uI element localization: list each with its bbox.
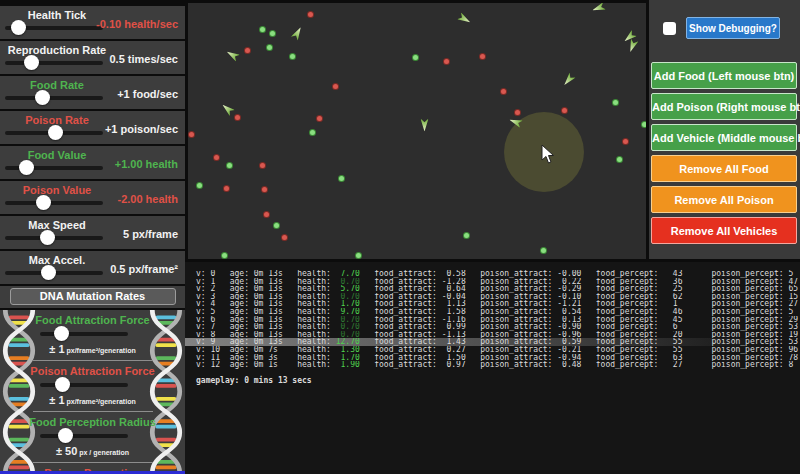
slider-thumb[interactable]	[11, 20, 26, 35]
poison-dot	[245, 48, 250, 53]
food-attraction-force-slider[interactable]	[40, 332, 128, 336]
poison-dot	[444, 59, 449, 64]
poison-attraction-force-slider[interactable]	[40, 383, 128, 387]
food-value-value: +1.00 health	[115, 158, 178, 170]
remove-all-vehicles-button[interactable]: Remove All Vehicles	[651, 217, 797, 244]
reproduction-rate-label: Reproduction Rate	[0, 44, 114, 56]
food-dot	[290, 54, 295, 59]
poison-dot	[333, 84, 338, 89]
slider-thumb[interactable]	[24, 55, 39, 70]
food-value-slider[interactable]	[5, 166, 103, 170]
vehicle-triangle	[291, 25, 304, 40]
vehicle-stats-row: v: 7 age: 0m 13s health: 0.70 food_attra…	[185, 323, 800, 331]
max-accel-slider[interactable]	[5, 271, 103, 275]
poison-rate-value: +1 poison/sec	[105, 123, 178, 135]
add-vehicle-button[interactable]: Add Vehicle (Middle mouse btn)	[651, 124, 797, 151]
actions-panel: Show Debugging? Add Food (Left mouse btn…	[649, 0, 800, 259]
vehicle-triangle	[627, 39, 639, 54]
food-dot	[642, 122, 646, 127]
remove-all-food-button[interactable]: Remove All Food	[651, 155, 797, 182]
max-speed-label: Max Speed	[0, 219, 114, 231]
vehicle-stats-row: v: 2 age: 0m 13s health: 5.70 food_attra…	[185, 285, 800, 293]
reproduction-rate-slider-section: Reproduction Rate 0.5 times/sec	[0, 41, 185, 74]
poison-value-label: Poison Value	[0, 184, 114, 196]
poison-value-slider-section: Poison Value -2.00 health	[0, 181, 185, 214]
food-dot	[356, 253, 361, 258]
slider-thumb[interactable]	[54, 326, 69, 341]
food-dot	[267, 45, 272, 50]
food-attraction-force-label: Food Attraction Force	[0, 310, 185, 326]
poison-attraction-force-unit: ± 1 px/frame²/generation	[33, 390, 153, 412]
add-poison-button[interactable]: Add Poison (Right mouse btn)	[651, 93, 797, 120]
poison-dot	[501, 89, 506, 94]
simulation-canvas[interactable]	[188, 3, 646, 259]
slider-thumb[interactable]	[35, 90, 50, 105]
show-debugging-button[interactable]: Show Debugging?	[686, 17, 780, 39]
mouse-cursor-icon	[541, 144, 555, 168]
slider-thumb[interactable]	[40, 230, 55, 245]
poison-attraction-force-label: Poison Attraction Force	[0, 361, 185, 377]
poison-dot	[623, 139, 628, 144]
slider-thumb[interactable]	[55, 377, 70, 392]
remove-all-poison-button[interactable]: Remove All Poison	[651, 186, 797, 213]
vehicle-stats-row: v: 3 age: 0m 13s health: 0.70 food_attra…	[185, 293, 800, 301]
vehicle-stats-row: v: 1 age: 0m 13s health: 0.70 food_attra…	[185, 278, 800, 286]
food-dot	[541, 248, 546, 253]
vehicle-triangle	[622, 30, 637, 44]
health-tick-value: -0.10 health/sec	[96, 18, 178, 30]
poison-rate-slider-section: Poison Rate +1 poison/sec	[0, 111, 185, 144]
poison-dot	[282, 235, 287, 240]
food-perception-radius-slider[interactable]	[40, 434, 128, 438]
food-perception-radius-group: Food Perception Radius ± 50 px / generat…	[0, 412, 185, 463]
slider-thumb[interactable]	[41, 265, 56, 280]
settings-sidebar: Health Tick -0.10 health/sec Reproductio…	[0, 0, 185, 474]
vehicle-triangle	[421, 119, 429, 132]
vehicle-stats-row: v: 10 age: 0m 7s health: 1.30 food_attra…	[185, 346, 800, 354]
vehicle-stats-row: v: 8 age: 0m 13s health: 0.70 food_attra…	[185, 331, 800, 339]
poison-rate-slider[interactable]	[5, 131, 103, 135]
food-perception-radius-unit: ± 50 px / generation	[33, 441, 153, 463]
gameplay-timer: gameplay: 0 mins 13 secs	[185, 376, 800, 385]
poison-dot	[480, 54, 485, 59]
vehicle-stats-row: v: 0 age: 0m 13s health: 7.70 food_attra…	[185, 270, 800, 278]
vehicle-triangle	[457, 12, 472, 25]
vehicle-stats-row: v: 9 age: 0m 13s health: 12.70 food_attr…	[185, 338, 800, 346]
max-accel-slider-section: Max Accel. 0.5 px/frame²	[0, 251, 185, 284]
slider-thumb[interactable]	[19, 160, 34, 175]
food-attraction-force-group: Food Attraction Force ± 1 px/frame²/gene…	[0, 310, 185, 361]
food-rate-slider-section: Food Rate +1 food/sec	[0, 76, 185, 109]
vehicle-triangle	[561, 72, 575, 87]
slider-thumb[interactable]	[58, 428, 73, 443]
food-attraction-force-unit: ± 1 px/frame²/generation	[33, 339, 153, 361]
food-rate-label: Food Rate	[0, 79, 114, 91]
dna-mutation-area: Food Attraction Force ± 1 px/frame²/gene…	[0, 310, 185, 473]
vehicle-stats-row: v: 11 age: 0m 3s health: 1.70 food_attra…	[185, 354, 800, 362]
food-dot	[227, 163, 232, 168]
add-food-button[interactable]: Add Food (Left mouse btn)	[651, 62, 797, 89]
vehicle-stats-row: v: 6 age: 0m 13s health: 0.70 food_attra…	[185, 316, 800, 324]
poison-dot	[317, 116, 322, 121]
slider-thumb[interactable]	[36, 195, 51, 210]
food-dot	[270, 31, 275, 36]
max-speed-slider[interactable]	[5, 236, 103, 240]
poison-dot	[214, 155, 219, 160]
debug-checkbox[interactable]	[663, 22, 676, 35]
debug-row: Show Debugging?	[649, 17, 800, 41]
food-dot	[339, 176, 344, 181]
reproduction-rate-slider[interactable]	[5, 61, 103, 65]
poison-value-slider[interactable]	[5, 201, 103, 205]
food-rate-slider[interactable]	[5, 96, 103, 100]
food-dot	[613, 100, 618, 105]
health-tick-slider[interactable]	[5, 26, 103, 30]
food-dot	[617, 157, 622, 162]
max-accel-value: 0.5 px/frame²	[110, 263, 178, 275]
food-dot	[464, 233, 469, 238]
dna-mutation-rates-title: DNA Mutation Rates	[10, 288, 176, 305]
poison-dot	[260, 163, 265, 168]
food-perception-radius-label: Food Perception Radius	[0, 412, 185, 428]
slider-thumb[interactable]	[48, 125, 63, 140]
food-value-slider-section: Food Value +1.00 health	[0, 146, 185, 179]
poison-dot	[262, 187, 267, 192]
poison-dot	[189, 132, 194, 137]
vehicle-triangle	[220, 102, 235, 116]
